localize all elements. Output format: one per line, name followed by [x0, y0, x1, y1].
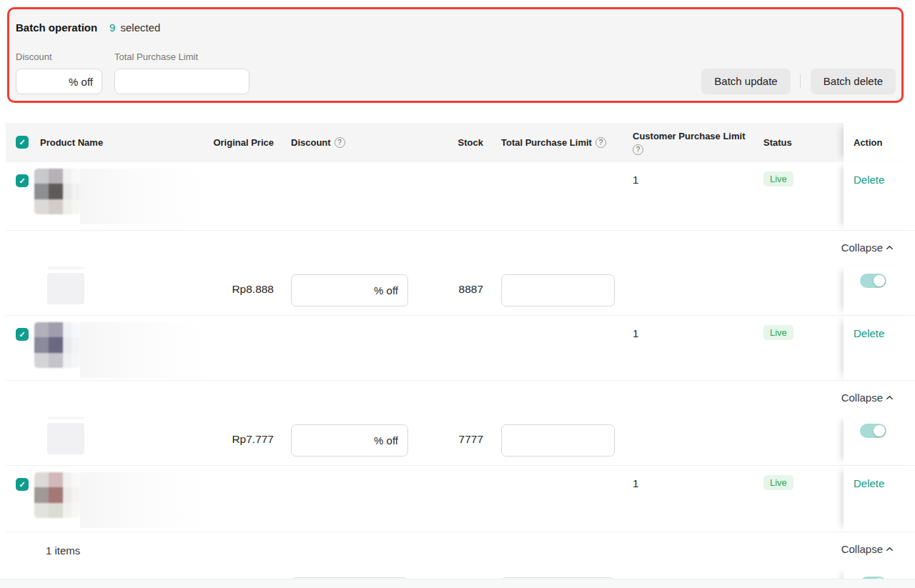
header-total-purchase-limit-label: Total Purchase Limit [501, 137, 592, 148]
batch-operation-panel: Batch operation 9 selected Discount % of… [7, 7, 904, 103]
help-icon[interactable]: ? [633, 144, 643, 155]
collapse-button[interactable]: Collapse [841, 241, 894, 254]
total-purchase-limit-input[interactable] [501, 274, 615, 307]
batch-discount-input[interactable]: % off [16, 69, 102, 94]
chevron-up-icon [886, 394, 894, 402]
discount-field[interactable] [301, 434, 374, 447]
action-cell [844, 417, 915, 465]
header-product-name: Product Name [40, 137, 103, 148]
collapse-strip: Collapse [6, 381, 915, 417]
product-image-blurred [34, 169, 80, 214]
selected-label: selected [121, 21, 161, 34]
action-cell: Delete [844, 466, 915, 532]
product-name-blurred [80, 322, 207, 378]
discount-suffix: % off [374, 434, 398, 447]
items-count-label: 1 items [46, 544, 80, 557]
help-icon[interactable]: ? [595, 137, 606, 148]
row-checkbox[interactable]: ✓ [16, 478, 29, 491]
product-name-blurred [80, 472, 207, 528]
row-checkbox[interactable]: ✓ [16, 328, 29, 341]
batch-discount-suffix: % off [69, 76, 93, 88]
selected-count: 9 [109, 21, 115, 34]
action-column-header: Action [844, 123, 915, 162]
header-customer-purchase-limit: Customer Purchase Limit ? [633, 130, 747, 155]
header-discount-label: Discount [291, 137, 331, 148]
batch-update-button[interactable]: Batch update [701, 69, 791, 94]
collapse-label: Collapse [841, 543, 883, 555]
header-action: Action [854, 137, 882, 148]
discount-input[interactable]: % off [291, 274, 408, 307]
product-row: ✓ 1 Live Delete [6, 316, 915, 381]
batch-total-purchase-limit-label: Total Purchase Limit [114, 51, 198, 62]
check-icon: ✓ [19, 480, 25, 489]
check-icon: ✓ [19, 176, 25, 186]
button-divider [800, 74, 801, 89]
discount-suffix: % off [374, 284, 398, 297]
customer-purchase-limit-value: 1 [633, 174, 638, 186]
sku-body: Rp7.777 % off 7777 [6, 417, 915, 465]
stock-value: 7777 [406, 433, 483, 446]
total-purchase-limit-field[interactable] [511, 284, 605, 297]
header-status: Status [763, 137, 792, 148]
select-all-checkbox[interactable]: ✓ [16, 136, 29, 149]
status-toggle[interactable] [860, 274, 886, 288]
total-purchase-limit-field[interactable] [511, 434, 605, 447]
toggle-knob [874, 275, 885, 286]
status-toggle[interactable] [860, 424, 886, 438]
product-row: ✓ 1 Live Delete [6, 466, 915, 532]
product-image-blurred [34, 472, 80, 518]
batch-discount-field[interactable] [25, 75, 69, 89]
product-image-blurred [34, 322, 80, 368]
collapse-strip: 1 items Collapse [6, 532, 915, 569]
selected-count-text: 9 selected [109, 21, 160, 34]
product-name-blurred [80, 169, 207, 224]
discount-field[interactable] [301, 284, 374, 297]
batch-discount-label: Discount [16, 51, 52, 62]
sku-row: Collapse Rp8.888 % off 8887 [6, 231, 915, 316]
batch-total-purchase-limit-input[interactable] [114, 69, 249, 94]
product-row: ✓ 1 Live Delete [6, 162, 915, 231]
original-price-value: Rp7.777 [170, 433, 274, 446]
action-cell: Delete [844, 162, 915, 230]
collapse-button[interactable]: Collapse [841, 392, 894, 404]
chevron-up-icon [886, 244, 894, 251]
customer-purchase-limit-value: 1 [633, 327, 638, 339]
original-price-value: Rp8.888 [170, 283, 274, 296]
status-badge: Live [763, 475, 793, 490]
stock-value: 8887 [406, 283, 483, 296]
delete-button[interactable]: Delete [854, 327, 884, 339]
help-icon[interactable]: ? [335, 137, 345, 148]
header-discount: Discount ? [291, 137, 345, 148]
discount-input[interactable]: % off [291, 424, 408, 457]
check-icon: ✓ [19, 330, 25, 339]
total-purchase-limit-input[interactable] [501, 424, 615, 457]
header-stock: Stock [406, 137, 483, 148]
row-checkbox[interactable]: ✓ [16, 174, 29, 187]
check-icon: ✓ [19, 138, 25, 147]
action-cell [844, 266, 915, 315]
header-original-price: Original Price [170, 137, 274, 148]
sku-body: Rp8.888 % off 8887 [6, 266, 915, 315]
header-total-purchase-limit: Total Purchase Limit ? [501, 137, 606, 148]
delete-button[interactable]: Delete [854, 174, 884, 186]
collapse-strip: Collapse [6, 231, 915, 266]
header-customer-purchase-limit-label: Customer Purchase Limit [633, 131, 746, 141]
delete-button[interactable]: Delete [854, 477, 884, 489]
batch-panel-title: Batch operation [16, 21, 97, 34]
toggle-knob [874, 425, 885, 437]
collapse-button[interactable]: Collapse [841, 543, 894, 555]
batch-total-purchase-limit-field[interactable] [124, 75, 240, 89]
action-cell: Delete [844, 316, 915, 380]
table-header: ✓ Product Name Original Price Discount ?… [6, 123, 915, 162]
customer-purchase-limit-value: 1 [633, 477, 638, 489]
sku-row: Collapse Rp7.777 % off 7777 [6, 381, 915, 466]
product-table: ✓ Product Name Original Price Discount ?… [6, 123, 915, 588]
batch-delete-button[interactable]: Batch delete [811, 69, 896, 94]
status-badge: Live [763, 171, 793, 186]
status-badge: Live [763, 325, 793, 340]
collapse-label: Collapse [841, 241, 883, 254]
chevron-up-icon [886, 545, 894, 553]
collapse-label: Collapse [841, 392, 883, 404]
page-bottom-gutter [0, 579, 915, 588]
